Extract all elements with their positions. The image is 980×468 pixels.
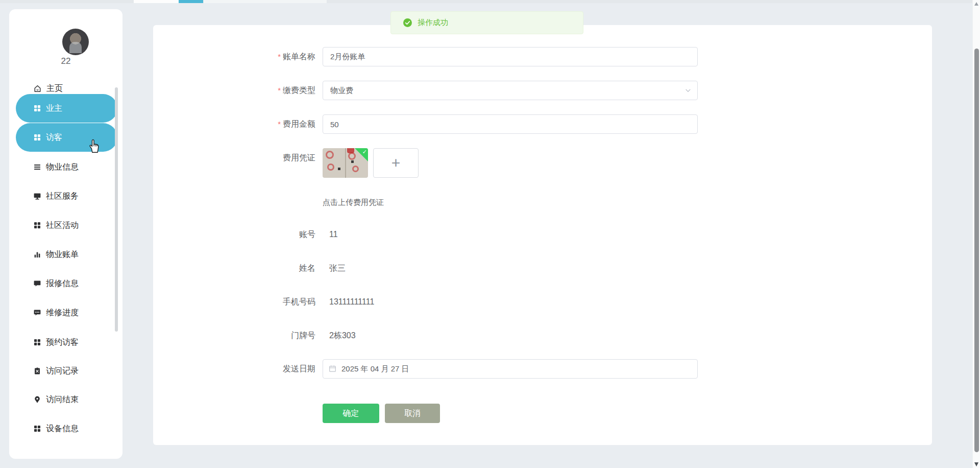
sidebar-item-visit-end[interactable]: 访问结束 bbox=[33, 393, 79, 406]
required-asterisk: * bbox=[278, 120, 281, 128]
phone-value: 13111111111 bbox=[329, 297, 374, 307]
form-row-name: 姓名 张三 bbox=[219, 263, 698, 273]
sidebar-item-label: 访问记录 bbox=[46, 366, 79, 377]
clipboard-x-icon bbox=[33, 367, 41, 375]
sidebar-item-property-info[interactable]: 物业信息 bbox=[33, 160, 79, 174]
sidebar-item-label: 主页 bbox=[46, 83, 63, 94]
send-date-input[interactable] bbox=[323, 359, 698, 379]
required-asterisk: * bbox=[278, 86, 281, 95]
avatar[interactable] bbox=[62, 29, 89, 55]
monitor-icon bbox=[33, 192, 41, 200]
sidebar-item-label: 报修信息 bbox=[46, 278, 79, 289]
sidebar-item-property-bills[interactable]: 物业账单 bbox=[33, 248, 79, 261]
voucher-upload-hint: 点击上传费用凭证 bbox=[323, 198, 384, 207]
pin-icon bbox=[33, 395, 41, 404]
sidebar-item-repair-progress[interactable]: 维修进度 bbox=[33, 306, 79, 319]
sidebar-item-label: 物业信息 bbox=[46, 162, 79, 173]
sidebar: 22 主页 业主 访客 物业信息 社区服务 bbox=[9, 9, 122, 459]
phone-label: 手机号码 bbox=[219, 297, 315, 308]
sidebar-item-label: 业主 bbox=[46, 103, 62, 114]
toast-message: 操作成功 bbox=[418, 18, 448, 28]
grid-icon bbox=[33, 338, 41, 346]
sidebar-item-visit-records[interactable]: 访问记录 bbox=[33, 364, 79, 378]
top-tab-segment[interactable] bbox=[134, 0, 179, 3]
sidebar-item-label: 维修进度 bbox=[46, 308, 79, 318]
chevron-down-icon bbox=[684, 87, 692, 94]
sidebar-item-community-activity[interactable]: 社区活动 bbox=[33, 219, 79, 232]
send-date-label: 发送日期 bbox=[219, 364, 315, 375]
scrollbar-down-arrow[interactable] bbox=[974, 462, 978, 466]
sidebar-item-booked-visitors[interactable]: 预约访客 bbox=[33, 336, 79, 349]
confirm-button[interactable]: 确定 bbox=[323, 404, 379, 423]
name-value: 张三 bbox=[329, 263, 346, 274]
door-no-value: 2栋303 bbox=[329, 331, 356, 341]
bill-name-input[interactable] bbox=[323, 47, 698, 66]
form-row-fee-type: *缴费类型 bbox=[219, 81, 698, 100]
voucher-thumbnail[interactable]: ✓ bbox=[323, 148, 368, 178]
door-no-label: 门牌号 bbox=[219, 331, 315, 341]
sidebar-item-label: 设备信息 bbox=[46, 424, 79, 434]
sidebar-item-label: 物业账单 bbox=[46, 249, 79, 260]
account-label: 账号 bbox=[219, 229, 315, 240]
fee-type-label: *缴费类型 bbox=[219, 85, 315, 96]
home-icon bbox=[33, 84, 42, 93]
sidebar-item-owners[interactable]: 业主 bbox=[16, 94, 117, 123]
sidebar-item-device-info[interactable]: 设备信息 bbox=[33, 422, 79, 435]
sidebar-scrollbar-thumb[interactable] bbox=[115, 87, 118, 332]
cancel-button[interactable]: 取消 bbox=[385, 404, 440, 423]
sidebar-item-home[interactable]: 主页 bbox=[33, 82, 63, 95]
sidebar-item-label: 访客 bbox=[46, 132, 62, 143]
fee-type-select[interactable] bbox=[323, 81, 698, 100]
chat-dots-icon bbox=[33, 309, 41, 317]
sidebar-item-label: 访问结束 bbox=[46, 394, 79, 405]
list-icon bbox=[33, 163, 41, 171]
form-row-voucher: 费用凭证 bbox=[219, 148, 698, 168]
success-toast: 操作成功 bbox=[390, 11, 583, 34]
form-row-fee-amount: *费用金额 bbox=[219, 114, 698, 134]
fee-amount-label: *费用金额 bbox=[219, 119, 315, 130]
chat-icon bbox=[33, 279, 41, 288]
sidebar-item-label: 预约访客 bbox=[46, 337, 79, 348]
voucher-label: 费用凭证 bbox=[219, 153, 315, 163]
grid-icon bbox=[33, 104, 41, 112]
top-tab-segment[interactable] bbox=[204, 0, 327, 3]
grid-icon bbox=[33, 425, 41, 433]
grid-icon bbox=[33, 221, 41, 229]
required-asterisk: * bbox=[278, 52, 281, 61]
fee-type-select-value[interactable] bbox=[323, 81, 698, 100]
calendar-icon bbox=[329, 365, 336, 372]
account-value: 11 bbox=[329, 230, 338, 239]
voucher-upload-button[interactable]: + bbox=[373, 148, 419, 178]
page-scrollbar[interactable] bbox=[972, 0, 980, 468]
form-row-send-date: 发送日期 bbox=[219, 359, 698, 379]
grid-icon bbox=[33, 133, 41, 142]
sidebar-item-visitors[interactable]: 访客 bbox=[16, 123, 117, 152]
bill-name-label: *账单名称 bbox=[219, 52, 315, 62]
form-row-account: 账号 11 bbox=[219, 229, 698, 240]
form-row-door-no: 门牌号 2栋303 bbox=[219, 331, 698, 341]
username: 22 bbox=[9, 56, 122, 66]
plus-icon: + bbox=[391, 154, 401, 172]
scrollbar-up-arrow[interactable] bbox=[974, 2, 978, 6]
success-check-icon bbox=[403, 18, 412, 27]
fee-amount-input[interactable] bbox=[323, 114, 698, 134]
top-tab-segment-active[interactable] bbox=[179, 0, 203, 3]
name-label: 姓名 bbox=[219, 263, 315, 274]
sidebar-item-repair-info[interactable]: 报修信息 bbox=[33, 277, 79, 290]
sidebar-item-label: 社区服务 bbox=[46, 191, 79, 202]
form-row-phone: 手机号码 13111111111 bbox=[219, 297, 698, 307]
bar-chart-icon bbox=[33, 250, 41, 259]
send-date-picker[interactable] bbox=[323, 359, 698, 379]
scrollbar-thumb[interactable] bbox=[974, 49, 979, 452]
sidebar-item-community-service[interactable]: 社区服务 bbox=[33, 190, 79, 203]
form-row-bill-name: *账单名称 bbox=[219, 47, 698, 66]
voucher-check-icon: ✓ bbox=[362, 149, 367, 155]
sidebar-item-label: 社区活动 bbox=[46, 220, 79, 231]
